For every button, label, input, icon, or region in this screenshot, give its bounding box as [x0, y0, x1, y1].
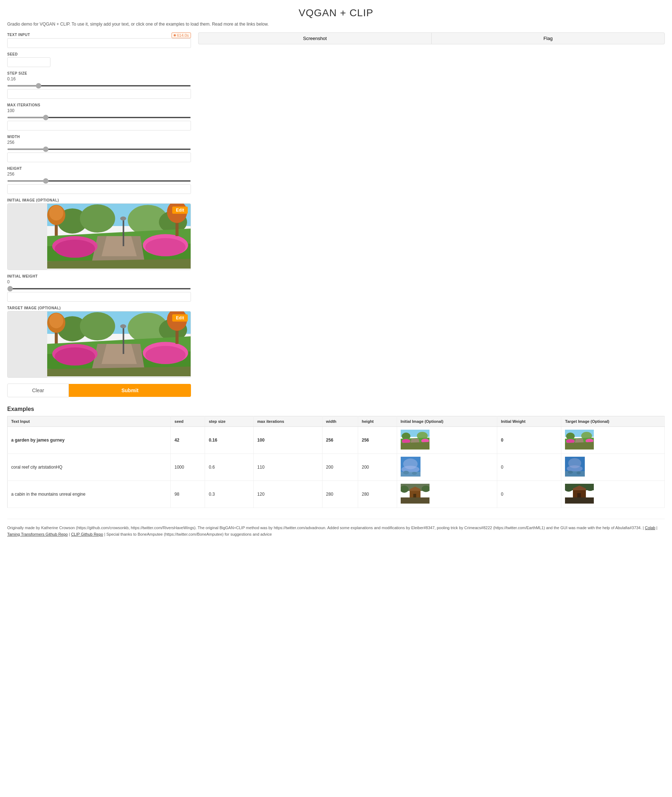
width-display: 256	[7, 140, 191, 145]
col-seed: seed	[171, 416, 205, 427]
initial-image-label: INITIAL IMAGE (OPTIONAL)	[7, 198, 191, 202]
ex1-initial-weight: 0	[497, 427, 562, 454]
svg-point-69	[576, 471, 581, 475]
ex2-width: 200	[322, 454, 358, 481]
target-image-edit-button[interactable]: Edit	[172, 314, 188, 322]
width-label: WIDTH	[7, 135, 191, 139]
ex2-text: coral reef city artstationHQ	[8, 454, 171, 481]
target-image-upload-area[interactable]: Edit	[7, 311, 191, 378]
page-title: VQGAN + CLIP	[7, 7, 665, 19]
initial-image-field: INITIAL IMAGE (OPTIONAL)	[7, 198, 191, 270]
svg-rect-83	[565, 497, 594, 504]
footer: Originally made by Katherine Crowson (ht…	[7, 519, 665, 537]
height-slider[interactable]	[7, 180, 191, 182]
seed-input[interactable]: 42	[7, 57, 50, 67]
svg-point-79	[586, 485, 594, 491]
text-input-label: TEXT INPUT	[7, 33, 30, 37]
screenshot-button[interactable]: Screenshot	[198, 32, 431, 44]
ex1-maxiter: 100	[254, 427, 323, 454]
ex3-initial-image	[397, 481, 497, 508]
svg-point-34	[55, 348, 95, 366]
page-subtitle: Gradio demo for VQGAN + CLIP. To use it,…	[7, 22, 665, 27]
timer-dot	[174, 34, 176, 37]
col-target-image: Target Image (Optional)	[562, 416, 665, 427]
ex2-height: 200	[358, 454, 397, 481]
colab-link[interactable]: Colab	[645, 526, 655, 530]
ex3-maxiter: 120	[254, 481, 323, 508]
ex3-seed: 98	[171, 481, 205, 508]
left-panel: TEXT INPUT 614.0s a garden by james gurn…	[7, 32, 191, 397]
svg-marker-49	[401, 442, 429, 449]
flag-button[interactable]: Flag	[431, 32, 665, 44]
ex1-target-image	[562, 427, 665, 454]
max-iterations-value-input[interactable]: 100	[7, 121, 191, 130]
svg-point-19	[120, 216, 126, 221]
ex2-initial-weight: 0	[497, 454, 562, 481]
col-max-iterations: max iterations	[254, 416, 323, 427]
max-iterations-label: MAX ITERATIONS	[7, 103, 191, 107]
svg-marker-57	[565, 442, 594, 449]
submit-button[interactable]: Submit	[69, 384, 191, 397]
width-field: WIDTH 256 256	[7, 135, 191, 162]
step-size-value-input[interactable]: 0.16	[7, 89, 191, 99]
svg-point-36	[145, 346, 186, 364]
initial-weight-value-input[interactable]: 0	[7, 292, 191, 302]
examples-title: Examples	[7, 406, 665, 412]
max-iterations-slider[interactable]	[7, 117, 191, 118]
right-buttons-row: Screenshot Flag	[198, 32, 665, 44]
initial-image-edit-button[interactable]: Edit	[172, 207, 188, 214]
ex3-target-image	[562, 481, 665, 508]
taming-transformers-link[interactable]: Taming Transformers Github Repo	[7, 532, 68, 536]
initial-weight-display: 0	[7, 279, 191, 284]
examples-header-row: Text Input seed step size max iterations…	[8, 416, 665, 427]
svg-point-7	[50, 205, 63, 221]
max-iterations-display: 100	[7, 108, 191, 113]
ex1-height: 256	[358, 427, 397, 454]
target-image-field: TARGET IMAGE (OPTIONAL)	[7, 306, 191, 378]
text-input[interactable]: a garden by james gurney	[7, 38, 191, 48]
svg-rect-82	[577, 493, 581, 498]
ex3-width: 280	[322, 481, 358, 508]
max-iterations-field: MAX ITERATIONS 100 100	[7, 103, 191, 130]
height-label: HEIGHT	[7, 167, 191, 170]
step-size-field: STEP SIZE 0.16 0.16	[7, 71, 191, 99]
example-row-3[interactable]: a cabin in the mountains unreal engine 9…	[8, 481, 665, 508]
svg-point-40	[120, 324, 126, 329]
ex1-step: 0.16	[205, 427, 254, 454]
ex2-maxiter: 110	[254, 454, 323, 481]
step-size-display: 0.16	[7, 76, 191, 82]
svg-point-15	[145, 238, 186, 256]
svg-point-68	[568, 471, 573, 474]
ex3-text: a cabin in the mountains unreal engine	[8, 481, 171, 508]
examples-section: Examples Text Input seed step size max i…	[7, 406, 665, 508]
clear-button[interactable]: Clear	[7, 383, 69, 397]
initial-weight-slider[interactable]	[7, 288, 191, 289]
initial-weight-field: INITIAL WEIGHT 0 0	[7, 274, 191, 302]
target-image-label: TARGET IMAGE (OPTIONAL)	[7, 306, 191, 310]
footer-text: Originally made by Katherine Crowson (ht…	[7, 526, 645, 530]
step-size-label: STEP SIZE	[7, 71, 191, 75]
col-height: height	[358, 416, 397, 427]
ex3-initial-weight: 0	[497, 481, 562, 508]
svg-rect-18	[123, 218, 124, 246]
width-slider[interactable]	[7, 149, 191, 150]
example-row-2[interactable]: coral reef city artstationHQ 1000 0.6 11…	[8, 454, 665, 481]
ex2-step: 0.6	[205, 454, 254, 481]
width-value-input[interactable]: 256	[7, 152, 191, 162]
svg-point-66	[567, 465, 582, 472]
col-step-size: step size	[205, 416, 254, 427]
svg-point-28	[50, 313, 63, 329]
svg-point-62	[403, 471, 409, 475]
clip-github-link[interactable]: CLIP Github Repo	[71, 532, 103, 536]
height-value-input[interactable]: 256	[7, 184, 191, 194]
ex1-width: 256	[322, 427, 358, 454]
ex1-seed: 42	[171, 427, 205, 454]
example-row-1[interactable]: a garden by james gurney 42 0.16 100 256…	[8, 427, 665, 454]
timer-value: 614.0s	[177, 33, 189, 37]
initial-image-upload-area[interactable]: Edit	[7, 203, 191, 270]
svg-point-23	[80, 312, 115, 340]
step-size-slider[interactable]	[7, 85, 191, 87]
ex3-height: 280	[358, 481, 397, 508]
col-initial-image: Initial Image (Optional)	[397, 416, 497, 427]
seed-field: SEED 42	[7, 52, 191, 67]
